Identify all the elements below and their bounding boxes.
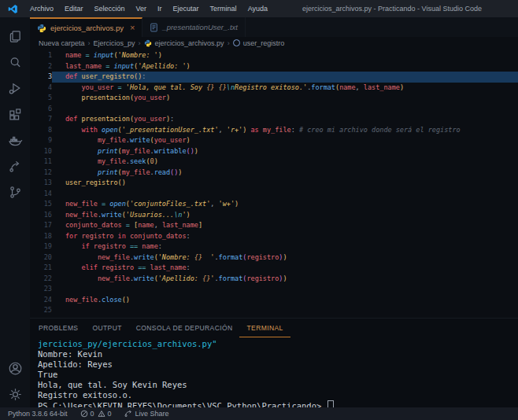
line-number: 11 (30, 157, 52, 168)
code-line[interactable]: 18for registro in conjunto_datos: (30, 231, 518, 242)
account-button[interactable] (0, 356, 30, 381)
line-number: 10 (30, 146, 52, 157)
menu-archivo[interactable]: Archivo (24, 0, 59, 17)
code-line[interactable]: 17conjunto_datos = [name, last_name] (30, 220, 518, 231)
activity-live-share[interactable] (0, 153, 30, 179)
line-number: 1 (30, 50, 52, 61)
activity-docker[interactable] (0, 127, 30, 153)
code-line[interactable]: 12 print(my_file.read()) (30, 168, 518, 179)
code-line[interactable]: 14 (30, 189, 518, 200)
code-line[interactable]: 3def user_registro(): (30, 72, 518, 83)
terminal-line: Nombre: Kevin (38, 349, 518, 359)
chevron-right-icon: › (139, 39, 141, 47)
breadcrumb-folder[interactable]: Ejercicios_py (94, 39, 135, 47)
terminal-line: jercicios_py/ejercicios_archivos.py" (38, 339, 518, 349)
settings-button[interactable] (0, 381, 30, 407)
panel-tab-problems[interactable]: PROBLEMS (39, 319, 85, 337)
line-number: 12 (30, 168, 52, 179)
menu-editar[interactable]: Editar (59, 0, 89, 17)
activity-source-control[interactable] (0, 179, 30, 205)
code-line[interactable]: 25 (30, 305, 518, 316)
line-number: 19 (30, 241, 52, 252)
code-line[interactable]: 4 you_user = 'Hola, que tal. Soy {} {}\n… (30, 83, 518, 94)
line-number: 20 (30, 252, 52, 263)
line-number: 7 (30, 114, 52, 125)
menu-terminal[interactable]: Terminal (205, 0, 242, 17)
run-and-debug-icon (7, 80, 24, 97)
chevron-right-icon: › (88, 39, 91, 47)
bottom-panel: PROBLEMS OUTPUT CONSOLA DE DEPURACIÓN TE… (30, 318, 518, 411)
activity-extensions[interactable] (0, 101, 30, 127)
code-line[interactable]: 5 presentacion(you_user) (30, 93, 518, 104)
line-number: 22 (30, 274, 52, 285)
editor-tab-bar: ejercicios_archivos.py × _presentationUs… (30, 17, 518, 37)
line-number: 16 (30, 210, 52, 221)
settings-gear-icon (7, 386, 24, 403)
code-line[interactable]: 23 (30, 284, 518, 295)
code-line[interactable]: 22 new_file.write('Apellido: {}'.format(… (30, 274, 518, 285)
live-share-button[interactable]: Live Share (124, 410, 169, 418)
window-title: ejercicios_archivos.py - Practicando - V… (302, 5, 482, 13)
breadcrumb-file[interactable]: ejercicios_archivos.py (155, 39, 224, 47)
line-number: 4 (30, 83, 52, 94)
code-line[interactable]: 10 print(my_file.writable()) (30, 146, 518, 157)
activity-run-debug[interactable] (0, 76, 30, 101)
breadcrumb-symbol[interactable]: user_registro (243, 39, 285, 47)
code-line[interactable]: 9 my_file.write(you_user) (30, 135, 518, 146)
code-line[interactable]: 8 with open('_presentationUser_.txt', 'r… (30, 125, 518, 136)
account-icon (7, 360, 24, 377)
python-interpreter-selector[interactable]: Python 3.8.6 64-bit (8, 410, 68, 418)
docker-whale-icon (7, 132, 24, 149)
close-icon[interactable]: × (130, 24, 135, 32)
code-line[interactable]: 13user_registro() (30, 178, 518, 189)
activity-explorer[interactable] (0, 24, 30, 50)
code-line[interactable]: 21 elif registro == last_name: (30, 263, 518, 274)
line-number: 2 (30, 61, 52, 72)
symbol-method-icon (233, 39, 240, 46)
code-line[interactable]: 16new_file.write('Usuarios...\n') (30, 210, 518, 221)
code-line[interactable]: 24new_file.close() (30, 295, 518, 306)
menu-ayuda[interactable]: Ayuda (242, 0, 273, 17)
code-line[interactable]: 1name = input('Nombre: ') (30, 50, 518, 61)
panel-tab-output[interactable]: OUTPUT (85, 319, 128, 337)
line-number: 21 (30, 263, 52, 274)
title-bar: Archivo Editar Selección Ver Ir Ejecutar… (0, 0, 518, 17)
menu-seleccion[interactable]: Selección (89, 0, 131, 17)
code-line[interactable]: 6 (30, 104, 518, 115)
code-line[interactable]: 2last_name = input('Apellido: ') (30, 61, 518, 72)
problems-indicator[interactable]: 0 0 (80, 410, 112, 418)
extensions-icon (7, 106, 24, 123)
live-share-label: Live Share (135, 410, 169, 418)
terminal-line: Registro exitoso.o. (38, 390, 518, 400)
code-line[interactable]: 11 my_file.seek(0) (30, 157, 518, 168)
error-count: 0 (91, 410, 94, 418)
tab-presentation-user-txt[interactable]: _presentationUser_.txt (142, 17, 246, 37)
live-share-icon (124, 410, 132, 418)
activity-search[interactable] (0, 50, 30, 76)
text-file-icon (150, 23, 158, 32)
panel-tab-terminal[interactable]: TERMINAL (239, 319, 290, 337)
panel-tab-debug-console[interactable]: CONSOLA DE DEPURACIÓN (129, 319, 240, 337)
tab-label: ejercicios_archivos.py (50, 24, 124, 32)
code-line[interactable]: 20 new_file.write('Nombre: {} '.format(r… (30, 252, 518, 263)
menu-ir[interactable]: Ir (152, 0, 168, 17)
menu-ejecutar[interactable]: Ejecutar (168, 0, 205, 17)
source-control-branch-icon (7, 184, 24, 201)
vscode-window: Archivo Editar Selección Ver Ir Ejecutar… (0, 0, 518, 420)
code-line[interactable]: 19 if registro == name: (30, 241, 518, 252)
menu-ver[interactable]: Ver (131, 0, 153, 17)
python-icon (144, 39, 152, 47)
tab-ejercicios-archivos-py[interactable]: ejercicios_archivos.py × (30, 17, 142, 37)
warning-count: 0 (108, 410, 112, 418)
line-number: 23 (30, 284, 52, 295)
terminal-line: Hola, que tal. Soy Kevin Reyes (38, 380, 518, 390)
code-editor[interactable]: 1name = input('Nombre: ')2last_name = in… (30, 49, 518, 318)
breadcrumb-folder[interactable]: Nueva carpeta (39, 39, 85, 47)
explorer-files-icon (7, 28, 24, 45)
line-number: 15 (30, 199, 52, 210)
code-line[interactable]: 15new_file = open('conjuntoFiles_.txt', … (30, 199, 518, 210)
line-number: 17 (30, 220, 52, 231)
line-number: 25 (30, 305, 52, 316)
terminal-output[interactable]: jercicios_py/ejercicios_archivos.py"Nomb… (30, 337, 518, 411)
code-line[interactable]: 7def presentacion(you_user): (30, 114, 518, 125)
